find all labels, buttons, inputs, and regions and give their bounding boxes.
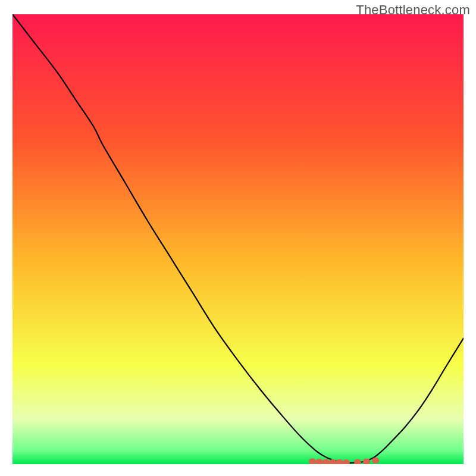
bottom-mark (363, 459, 370, 464)
bottom-mark (309, 459, 316, 465)
bottom-mark (329, 459, 336, 464)
gradient-background (12, 14, 464, 464)
bottom-mark (372, 458, 379, 464)
bottom-mark (322, 459, 330, 464)
bottom-mark (354, 459, 361, 464)
bottom-mark (336, 459, 343, 464)
bottom-mark (343, 459, 350, 464)
bottleneck-chart (12, 14, 464, 464)
chart-container: TheBottleneck.com (0, 0, 476, 476)
bottom-mark (315, 459, 322, 464)
